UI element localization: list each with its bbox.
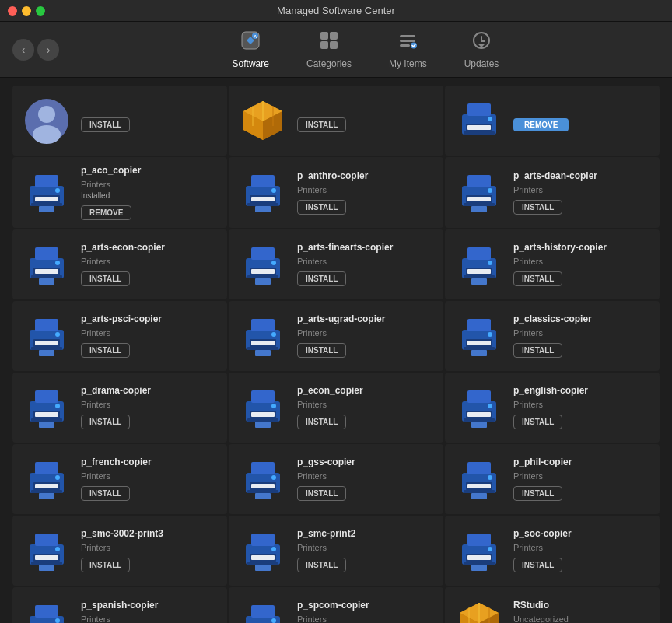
svg-rect-121	[251, 462, 275, 474]
tab-updates-label: Updates	[464, 58, 499, 69]
app-category: Printers	[297, 328, 434, 338]
svg-rect-38	[251, 197, 275, 201]
install-button[interactable]: INSTALL	[81, 558, 130, 572]
svg-rect-139	[39, 565, 54, 571]
svg-point-165	[271, 618, 276, 623]
install-button[interactable]: INSTALL	[297, 200, 346, 215]
app-category: Printers	[297, 614, 434, 623]
app-info: p_smc-print2 Printers INSTALL	[297, 528, 434, 572]
svg-rect-68	[464, 275, 495, 278]
app-category: Printers	[81, 328, 218, 338]
svg-rect-101	[251, 412, 275, 417]
svg-rect-48	[471, 206, 487, 212]
list-item: p_french-copier Printers INSTALL	[12, 444, 227, 514]
svg-point-123	[271, 475, 276, 480]
install-button[interactable]: INSTALL	[297, 271, 346, 286]
svg-rect-3	[320, 32, 328, 40]
install-button[interactable]: INSTALL	[513, 200, 562, 215]
install-button[interactable]: INSTALL	[513, 486, 562, 501]
svg-rect-122	[251, 484, 275, 488]
svg-rect-108	[467, 412, 491, 417]
installed-button[interactable]: REMOVE	[513, 118, 569, 131]
svg-rect-131	[464, 490, 495, 493]
app-icon	[454, 240, 504, 289]
app-info: p_drama-copier Printers INSTALL	[81, 385, 218, 429]
install-button[interactable]: INSTALL	[513, 271, 562, 286]
svg-rect-69	[471, 278, 487, 285]
install-button[interactable]: INSTALL	[297, 415, 346, 429]
close-button[interactable]	[8, 6, 17, 16]
tab-myitems[interactable]: My Items	[370, 26, 446, 74]
install-button[interactable]: INSTALL	[81, 415, 130, 429]
app-name: p_arts-ugrad-copier	[297, 313, 434, 326]
app-category: Printers	[297, 543, 434, 552]
list-item: RStudio Uncategorized INSTALL	[445, 587, 660, 623]
forward-icon: ›	[47, 44, 51, 56]
app-category: Printers	[513, 400, 650, 409]
svg-rect-79	[251, 319, 275, 331]
install-button[interactable]: INSTALL	[297, 486, 346, 501]
app-icon	[454, 167, 504, 217]
svg-rect-90	[471, 350, 487, 356]
svg-rect-156	[35, 605, 58, 618]
maximize-button[interactable]	[36, 6, 45, 16]
app-category: Printers	[513, 328, 650, 338]
back-button[interactable]: ‹	[12, 39, 34, 61]
app-info: p_french-copier Printers INSTALL	[81, 457, 218, 501]
remove-button[interactable]: REMOVE	[81, 205, 131, 220]
app-category: Printers	[81, 614, 218, 623]
app-category: Printers	[513, 257, 650, 266]
app-icon	[238, 240, 288, 289]
install-button[interactable]: INSTALL	[297, 117, 346, 132]
svg-rect-80	[251, 341, 275, 345]
install-button[interactable]: INSTALL	[297, 343, 346, 358]
install-button[interactable]: INSTALL	[513, 343, 562, 358]
app-category: Printers	[513, 185, 650, 194]
app-info: p_phil-copier Printers INSTALL	[513, 457, 650, 501]
software-icon: A	[240, 30, 261, 55]
install-button[interactable]: INSTALL	[513, 558, 562, 572]
svg-rect-87	[467, 341, 491, 345]
app-info: p_spcom-copier Printers INSTALL	[297, 600, 434, 623]
svg-rect-146	[255, 565, 271, 571]
install-button[interactable]: INSTALL	[81, 271, 130, 286]
app-info: RStudio Uncategorized INSTALL	[513, 600, 650, 623]
tab-categories[interactable]: Categories	[288, 26, 370, 74]
svg-rect-45	[467, 197, 491, 201]
svg-rect-96	[31, 418, 62, 422]
svg-rect-31	[35, 197, 58, 201]
svg-rect-7	[400, 35, 415, 37]
svg-rect-94	[35, 412, 58, 417]
app-name: p_gss-copier	[297, 457, 434, 469]
svg-rect-33	[31, 203, 62, 206]
install-button[interactable]: INSTALL	[297, 558, 346, 572]
install-button[interactable]: INSTALL	[513, 415, 562, 429]
install-button[interactable]: INSTALL	[81, 117, 130, 132]
svg-rect-82	[247, 347, 278, 350]
toolbar-tabs: A Software Categories	[72, 26, 660, 74]
app-category: Printers	[513, 543, 650, 552]
install-button[interactable]: INSTALL	[81, 486, 130, 501]
list-item: p_arts-finearts-copier Printers INSTALL	[229, 229, 443, 299]
svg-rect-138	[31, 562, 62, 565]
tab-software[interactable]: A Software	[214, 26, 288, 74]
svg-rect-83	[255, 350, 271, 356]
app-name: p_anthro-copier	[297, 170, 434, 183]
app-category: Printers	[81, 543, 218, 552]
app-category: Printers	[81, 471, 218, 481]
app-info: p_aco_copier Printers Installed REMOVE	[81, 165, 218, 220]
tab-updates[interactable]: Updates	[446, 26, 518, 74]
svg-point-13	[38, 106, 55, 123]
forward-button[interactable]: ›	[37, 39, 59, 61]
svg-rect-4	[330, 32, 338, 40]
app-icon-printer	[454, 96, 504, 145]
svg-point-95	[55, 404, 60, 408]
install-button[interactable]: INSTALL	[81, 343, 130, 358]
svg-rect-135	[35, 534, 58, 546]
app-name: p_spanish-copier	[81, 600, 218, 612]
minimize-button[interactable]	[22, 6, 31, 16]
app-category: Printers	[297, 471, 434, 481]
svg-rect-37	[251, 175, 275, 187]
svg-point-130	[488, 475, 492, 480]
app-category: Printers	[81, 180, 218, 189]
